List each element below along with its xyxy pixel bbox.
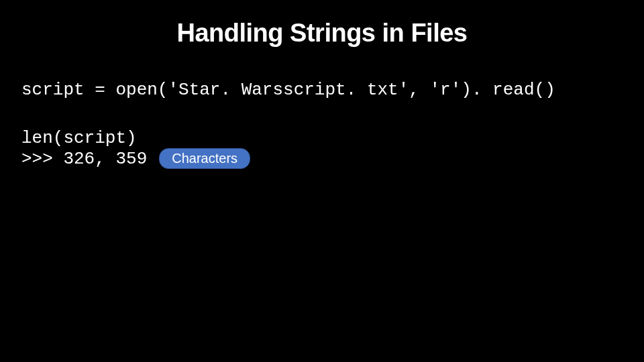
slide-title: Handling Strings in Files [0, 0, 644, 48]
code-line-output: >>> 326, 359 [0, 149, 147, 169]
characters-badge: Characters [159, 148, 250, 169]
code-line-len: len(script) [0, 128, 644, 148]
code-line-open: script = open('Star. Warsscript. txt', '… [0, 80, 644, 100]
